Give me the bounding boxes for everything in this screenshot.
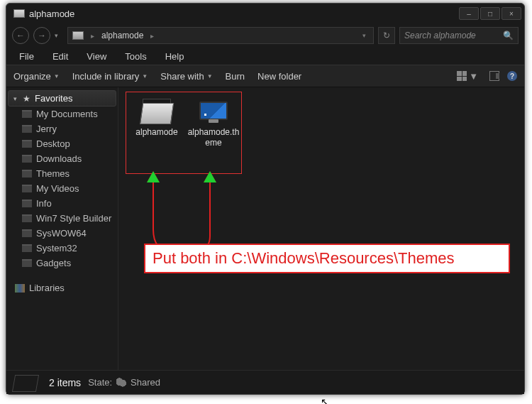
- status-state: State: Shared: [88, 377, 160, 388]
- search-placeholder: Search alphamode: [404, 31, 476, 40]
- shared-icon: [116, 378, 126, 388]
- file-item-alphamode-folder[interactable]: alphamode: [130, 97, 184, 138]
- file-label: alphamode: [130, 127, 184, 138]
- search-icon: 🔍: [503, 31, 514, 40]
- main-area: ▾ ★ Favorites My Documents Jerry Desktop…: [6, 87, 524, 370]
- search-field[interactable]: Search alphamode 🔍: [399, 27, 519, 44]
- maximize-button[interactable]: □: [480, 7, 500, 20]
- new-folder-button[interactable]: New folder: [257, 71, 301, 82]
- sidebar-item-label: System32: [36, 243, 77, 253]
- menu-file[interactable]: File: [11, 49, 43, 64]
- nav-back-button[interactable]: ←: [12, 27, 29, 44]
- window-controls: – □ ×: [459, 7, 521, 20]
- new-folder-label: New folder: [257, 71, 301, 82]
- explorer-window: alphamode – □ × ← → ▾ ▸ alphamode ▸ ▾ ↻ …: [6, 3, 525, 395]
- burn-button[interactable]: Burn: [226, 71, 245, 82]
- folder-icon: [22, 200, 32, 207]
- share-label: Share with: [160, 71, 204, 82]
- file-list-pane[interactable]: alphamode alphamode.theme Put both in C:…: [118, 87, 524, 370]
- menu-view[interactable]: View: [78, 49, 115, 64]
- address-bar: ← → ▾ ▸ alphamode ▸ ▾ ↻ Search alphamode…: [6, 23, 524, 48]
- window-folder-icon: [13, 9, 25, 18]
- annotation-callout: Put both in C:\Windows\Resources\Themes: [144, 244, 510, 273]
- preview-pane-button[interactable]: [486, 69, 503, 83]
- help-button[interactable]: ?: [507, 71, 517, 81]
- preview-pane-icon: [489, 71, 499, 81]
- sidebar-item-themes[interactable]: Themes: [8, 166, 116, 181]
- share-with-button[interactable]: Share with▼: [160, 71, 212, 82]
- sidebar-item-label: Jerry: [36, 124, 57, 134]
- nav-forward-button[interactable]: →: [33, 27, 50, 44]
- sidebar-item-downloads[interactable]: Downloads: [8, 151, 116, 166]
- sidebar-item-label: Gadgets: [36, 258, 71, 268]
- folder-icon: [140, 97, 174, 124]
- minimize-button[interactable]: –: [459, 7, 479, 20]
- navigation-pane: ▾ ★ Favorites My Documents Jerry Desktop…: [6, 87, 118, 370]
- menu-edit[interactable]: Edit: [44, 49, 77, 64]
- nav-history-dropdown[interactable]: ▾: [55, 32, 63, 39]
- sidebar-item-label: Downloads: [36, 153, 82, 164]
- file-item-alphamode-theme[interactable]: alphamode.theme: [187, 97, 240, 148]
- folder-icon: [22, 125, 32, 133]
- sidebar-item-label: Info: [36, 198, 52, 209]
- details-pane: 2 items State: Shared: [6, 370, 524, 394]
- folder-icon: [22, 110, 32, 118]
- breadcrumb-separator[interactable]: ▸: [148, 32, 157, 40]
- libraries-icon: [15, 284, 25, 293]
- sidebar-item-syswow64[interactable]: SysWOW64: [8, 226, 116, 241]
- file-label: alphamode.theme: [187, 127, 240, 148]
- sidebar-item-label: My Documents: [36, 109, 98, 119]
- address-dropdown[interactable]: ▾: [362, 32, 369, 39]
- libraries-group: Libraries: [8, 280, 116, 295]
- folder-icon: [22, 214, 32, 222]
- favorites-header[interactable]: ▾ ★ Favorites: [8, 90, 116, 107]
- theme-file-icon: [196, 97, 231, 124]
- sidebar-item-label: Themes: [36, 168, 70, 179]
- breadcrumb-separator[interactable]: ▸: [88, 32, 97, 40]
- sidebar-item-label: My Videos: [36, 183, 79, 194]
- organize-label: Organize: [13, 71, 51, 82]
- sidebar-item-win7-style-builder[interactable]: Win7 Style Builder: [8, 211, 116, 226]
- include-label: Include in library: [72, 71, 140, 82]
- folder-icon: [22, 170, 32, 178]
- sidebar-item-label: SysWOW64: [36, 228, 87, 239]
- menu-help[interactable]: Help: [157, 49, 193, 64]
- window-title: alphamode: [29, 9, 459, 19]
- refresh-button[interactable]: ↻: [378, 27, 395, 44]
- collapse-icon: ▾: [11, 95, 18, 102]
- sidebar-item-my-documents[interactable]: My Documents: [8, 107, 116, 121]
- libraries-label: Libraries: [29, 283, 65, 293]
- sidebar-item-desktop[interactable]: Desktop: [8, 136, 116, 151]
- mouse-cursor-icon: ↖: [321, 396, 329, 404]
- sidebar-item-system32[interactable]: System32: [8, 241, 116, 256]
- folder-icon: [22, 259, 32, 267]
- annotation-arrowhead-icon: [204, 171, 216, 182]
- close-button[interactable]: ×: [501, 7, 521, 20]
- state-label: State:: [88, 377, 112, 388]
- sidebar-item-jerry[interactable]: Jerry: [8, 121, 116, 136]
- state-value: Shared: [131, 377, 160, 388]
- sidebar-item-my-videos[interactable]: My Videos: [8, 181, 116, 196]
- sidebar-item-label: Desktop: [36, 138, 70, 149]
- star-icon: ★: [23, 94, 31, 104]
- include-in-library-button[interactable]: Include in library▼: [72, 71, 148, 82]
- folder-icon: [22, 155, 32, 163]
- sidebar-item-gadgets[interactable]: Gadgets: [8, 256, 116, 271]
- libraries-header[interactable]: Libraries: [8, 280, 116, 295]
- view-controls: ▼ ?: [453, 69, 517, 84]
- address-field[interactable]: ▸ alphamode ▸ ▾: [67, 27, 374, 44]
- sidebar-item-info[interactable]: Info: [8, 196, 116, 211]
- menu-tools[interactable]: Tools: [116, 49, 155, 64]
- burn-label: Burn: [226, 71, 245, 82]
- favorites-label: Favorites: [35, 93, 72, 104]
- breadcrumb-folder[interactable]: alphamode: [101, 31, 143, 40]
- item-count: 2 items: [49, 377, 81, 388]
- details-thumbnail-icon: [12, 372, 42, 393]
- address-folder-icon: [72, 31, 84, 40]
- title-bar: alphamode – □ ×: [6, 4, 524, 23]
- command-bar: Organize▼ Include in library▼ Share with…: [6, 65, 524, 87]
- annotation-arrowhead-icon: [147, 171, 160, 182]
- change-view-button[interactable]: ▼: [453, 69, 482, 84]
- organize-button[interactable]: Organize▼: [13, 71, 60, 82]
- annotation-text: Put both in C:\Windows\Resources\Themes: [153, 249, 455, 267]
